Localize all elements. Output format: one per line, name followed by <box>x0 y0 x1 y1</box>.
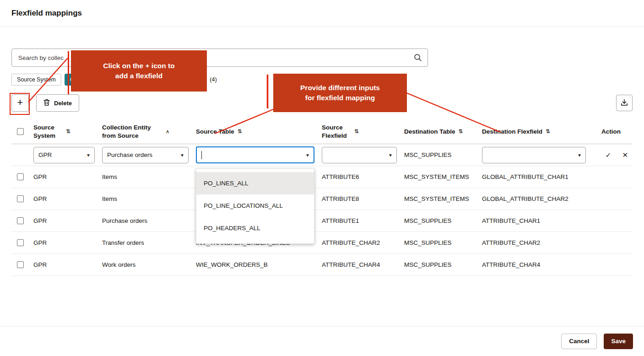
column-label: Collection Entity from Source <box>102 124 162 140</box>
chevron-down-icon: ▾ <box>389 152 392 158</box>
sort-icon: ⇅ <box>66 128 70 135</box>
sort-icon: ⇅ <box>459 128 463 135</box>
cell-source-system: GPR <box>30 195 98 202</box>
cell-select <box>11 261 30 269</box>
edit-cell-source-flexfield: ▾ <box>318 147 400 163</box>
page-header: Flexfield mappings <box>0 0 644 27</box>
cell-source-flexfield: ATTRIBUTE1 <box>318 217 400 224</box>
download-button[interactable] <box>616 95 633 111</box>
sort-icon: ⇅ <box>354 128 359 135</box>
plus-icon: + <box>17 97 23 108</box>
header-cell-destination-table[interactable]: Destination Table ⇅ <box>400 128 478 136</box>
header-cell-destination-flexfield[interactable]: Destination Flexfield ⇅ <box>478 128 590 136</box>
header-cell-collection-entity[interactable]: Collection Entity from Source ∧ <box>98 124 192 140</box>
search-bar <box>11 49 428 67</box>
cell-destination-flexfield: ATTRIBUTE_CHAR1 <box>478 217 590 224</box>
column-label: Source System <box>33 124 63 140</box>
dropdown-option-highlighted[interactable]: PO_LINES_ALL <box>196 172 314 194</box>
cell-source-flexfield: ATTRIBUTE8 <box>318 195 400 202</box>
source-flexfield-select[interactable]: ▾ <box>322 147 397 163</box>
row-checkbox[interactable] <box>17 173 24 180</box>
chevron-down-icon: ▾ <box>181 152 184 158</box>
delete-button[interactable]: Delete <box>36 94 79 112</box>
source-system-select[interactable]: GPR ▾ <box>33 147 95 163</box>
table-toolbar: + Delete <box>11 93 633 113</box>
cell-select <box>11 173 30 181</box>
chevron-down-icon: ▾ <box>578 152 581 158</box>
page-footer: Cancel Save <box>0 326 644 356</box>
mappings-table: Source System ⇅ Collection Entity from S… <box>11 119 633 276</box>
filter-chip-source-system[interactable]: Source System <box>11 74 61 86</box>
destination-flexfield-select[interactable]: ▾ <box>482 147 586 163</box>
dropdown-option[interactable]: PO_HEADERS_ALL <box>196 217 314 239</box>
header-cell-source-flexfield[interactable]: Source Flexfield ⇅ <box>318 124 400 140</box>
row-checkbox[interactable] <box>17 217 24 224</box>
table-row: GPR Items ATTRIBUTE6 MSC_SYSTEM_ITEMS GL… <box>11 166 633 188</box>
cell-select <box>11 239 30 247</box>
collection-entity-select[interactable]: Purchase orders ▾ <box>102 147 189 163</box>
confirm-row-button[interactable]: ✓ <box>606 151 612 159</box>
cell-destination-flexfield: GLOBAL_ATTRIBUTE_CHAR2 <box>478 195 590 202</box>
row-checkbox[interactable] <box>17 195 24 202</box>
cell-source-system: GPR <box>30 261 98 268</box>
table-row: GPR Work orders WIE_WORK_ORDERS_B ATTRIB… <box>11 254 633 276</box>
cell-destination-flexfield: ATTRIBUTE_CHAR4 <box>478 261 590 268</box>
cell-destination-flexfield: GLOBAL_ATTRIBUTE_CHAR1 <box>478 173 590 180</box>
main-content: Source System G (4) + Delete <box>0 49 644 276</box>
edit-cell-collection-entity: Purchase orders ▾ <box>98 147 192 163</box>
cell-collection-entity: Transfer orders <box>98 239 192 246</box>
sort-icon: ⇅ <box>546 128 550 135</box>
cancel-button[interactable]: Cancel <box>561 334 597 349</box>
page-title: Flexfield mappings <box>11 9 82 18</box>
search-input[interactable] <box>11 49 428 67</box>
cell-destination-flexfield: ATTRIBUTE_CHAR2 <box>478 239 590 246</box>
cell-select <box>11 195 30 203</box>
dropdown-option[interactable]: PO_LINE_LOCATIONS_ALL <box>196 194 314 217</box>
cell-source-system: GPR <box>30 173 98 180</box>
select-all-checkbox[interactable] <box>17 128 24 135</box>
table-row: GPR Purchase orders ATTRIBUTE1 MSC_SUPPL… <box>11 210 633 232</box>
edit-cell-destination-flexfield: ▾ <box>478 147 590 163</box>
edit-cell-source-table: ▾ <box>192 146 318 163</box>
chevron-down-icon: ▾ <box>306 152 309 158</box>
cell-destination-table: MSC_SUPPLIES <box>400 261 478 268</box>
column-label: Source Flexfield <box>322 124 351 140</box>
cell-collection-entity: Items <box>98 195 192 202</box>
header-cell-action: Action <box>590 128 633 136</box>
delete-button-label: Delete <box>54 100 72 107</box>
filter-chip-active[interactable]: G <box>65 74 80 86</box>
filter-chips-row: Source System G (4) <box>11 73 633 86</box>
cell-source-flexfield: ATTRIBUTE6 <box>318 173 400 180</box>
table-edit-row: GPR ▾ Purchase orders ▾ ▾ <box>11 144 633 166</box>
cancel-row-button[interactable]: ✕ <box>622 151 628 159</box>
table-body: GPR Items ATTRIBUTE6 MSC_SYSTEM_ITEMS GL… <box>11 166 633 276</box>
table-row: GPR Items ATTRIBUTE8 MSC_SYSTEM_ITEMS GL… <box>11 188 633 210</box>
row-checkbox[interactable] <box>17 261 24 268</box>
edit-cell-action: ✓ ✕ <box>590 151 633 159</box>
row-checkbox[interactable] <box>17 239 24 246</box>
cell-destination-table: MSC_SUPPLIES <box>400 217 478 224</box>
select-value: GPR <box>38 151 52 158</box>
source-table-combobox[interactable]: ▾ <box>196 146 314 163</box>
search-icon[interactable] <box>414 54 422 62</box>
cell-collection-entity: Purchase orders <box>98 217 192 224</box>
table-header-row: Source System ⇅ Collection Entity from S… <box>11 119 633 144</box>
destination-table-value: MSC_SUPPLIES <box>404 151 452 158</box>
download-icon <box>621 99 628 108</box>
cell-select <box>11 217 30 225</box>
cell-source-system: GPR <box>30 239 98 246</box>
column-label: Action <box>601 128 621 136</box>
header-cell-source-system[interactable]: Source System ⇅ <box>30 124 98 140</box>
header-cell-select-all <box>11 128 30 135</box>
column-label: Destination Flexfield <box>482 128 542 136</box>
cell-destination-table: MSC_SYSTEM_ITEMS <box>400 173 478 180</box>
trash-icon <box>43 99 50 108</box>
chevron-down-icon: ▾ <box>87 152 90 158</box>
cell-source-flexfield: ATTRIBUTE_CHAR4 <box>318 261 400 268</box>
save-button[interactable]: Save <box>604 334 633 349</box>
flexfield-mappings-page: Flexfield mappings Source System G (4) + <box>0 0 644 356</box>
cell-destination-table: MSC_SUPPLIES <box>400 239 478 246</box>
header-cell-source-table[interactable]: Source Table ⇅ <box>192 128 318 136</box>
cell-collection-entity: Items <box>98 173 192 180</box>
add-button[interactable]: + <box>11 94 29 112</box>
